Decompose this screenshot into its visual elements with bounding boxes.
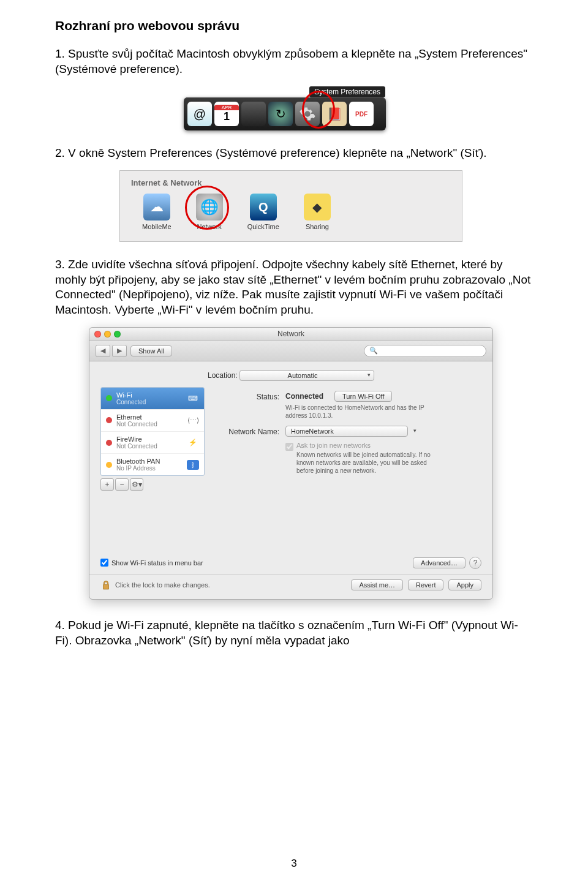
pdf-icon[interactable]: PDF <box>349 102 374 126</box>
calendar-icon[interactable]: APR 1 <box>214 102 239 126</box>
gear-icon <box>299 105 316 123</box>
bluetooth-icon: ᛒ <box>187 460 199 470</box>
status-description: Wi-Fi is connected to HomeNetwork and ha… <box>285 404 445 420</box>
globe-icon: 🌐 <box>196 194 223 221</box>
ask-join-label: Ask to join new networks <box>296 442 443 449</box>
sharing-label: Sharing <box>304 223 331 230</box>
network-label: Network <box>196 223 223 230</box>
location-label: Location: <box>208 371 238 380</box>
search-input[interactable]: 🔍 <box>364 345 486 357</box>
page-number: 3 <box>0 858 588 870</box>
bluetooth-status: No IP Address <box>116 465 183 472</box>
location-row: Location: Automatic <box>89 361 492 387</box>
show-menu-checkbox[interactable] <box>100 559 108 567</box>
calendar-day: 1 <box>224 110 230 123</box>
step-3-text: 3. Zde uvidíte všechna síťová připojení.… <box>55 257 533 318</box>
addressbook-icon[interactable]: 📕 <box>322 102 347 126</box>
firewire-name: FireWire <box>116 435 183 443</box>
network-item[interactable]: 🌐 Network <box>196 194 223 230</box>
status-dot-green <box>106 395 112 401</box>
mobileme-item[interactable]: ☁ MobileMe <box>142 194 172 230</box>
sharing-icon: ◆ <box>304 194 331 221</box>
sidebar-item-ethernet[interactable]: EthernetNot Connected ⟨⋯⟩ <box>101 410 204 432</box>
bluetooth-name: Bluetooth PAN <box>116 458 183 465</box>
mission-control-icon[interactable] <box>241 102 266 126</box>
system-preferences-tooltip: System Preferences <box>309 86 385 97</box>
dock: @ APR 1 ↻ 📕 PDF <box>184 97 386 130</box>
network-name-popup[interactable]: HomeNetwork <box>285 426 408 437</box>
ask-join-description: Known networks will be joined automatica… <box>296 451 443 475</box>
firewire-status: Not Connected <box>116 443 183 450</box>
page-title: Rozhraní pro webovou správu <box>55 18 533 33</box>
network-window: Network ◀ ▶ Show All 🔍 Location: Automat… <box>89 327 493 600</box>
wifi-status: Connected <box>116 399 183 405</box>
status-value: Connected <box>285 392 323 401</box>
sidebar-item-firewire[interactable]: FireWireNot Connected ⚡ <box>101 432 204 454</box>
show-menu-label: Show Wi-Fi status in menu bar <box>111 559 203 567</box>
location-popup[interactable]: Automatic <box>239 370 374 381</box>
ethernet-name: Ethernet <box>116 413 183 421</box>
minimize-button[interactable] <box>104 331 111 337</box>
help-button[interactable]: ? <box>469 557 481 569</box>
action-menu-button[interactable]: ⚙▾ <box>130 478 143 491</box>
turn-wifi-off-button[interactable]: Turn Wi-Fi Off <box>334 391 392 402</box>
calendar-month: APR <box>214 105 239 110</box>
cloud-icon: ☁ <box>143 194 170 221</box>
network-name-label: Network Name: <box>212 426 285 436</box>
ask-join-checkbox[interactable] <box>285 443 293 451</box>
timemachine-icon[interactable]: ↻ <box>268 102 293 126</box>
internet-network-screenshot: Internet & Network ☁ MobileMe 🌐 Network … <box>119 170 462 242</box>
firewire-icon: ⚡ <box>187 438 199 448</box>
lock-icon[interactable] <box>100 580 110 590</box>
apply-button[interactable]: Apply <box>448 579 481 590</box>
add-button[interactable]: + <box>100 478 114 491</box>
show-all-button[interactable]: Show All <box>130 345 172 356</box>
assist-button[interactable]: Assist me… <box>351 579 403 590</box>
quicktime-label: QuickTime <box>247 223 279 230</box>
system-preferences-icon[interactable] <box>295 102 320 126</box>
mail-icon[interactable]: @ <box>187 102 212 126</box>
lock-text: Click the lock to make changes. <box>115 581 346 589</box>
status-dot-amber <box>106 462 112 468</box>
wifi-icon: ⌨ <box>187 393 199 403</box>
quicktime-item[interactable]: Q QuickTime <box>247 194 279 230</box>
sharing-item[interactable]: ◆ Sharing <box>304 194 331 230</box>
step-1-text: 1. Spusťte svůj počítač Macintosh obvykl… <box>55 47 533 77</box>
wifi-name: Wi-Fi <box>116 391 183 399</box>
zoom-button[interactable] <box>114 331 121 337</box>
status-label: Status: <box>212 391 285 401</box>
dock-screenshot: System Preferences @ APR 1 ↻ 📕 PDF <box>184 86 386 130</box>
sidebar-item-wifi[interactable]: Wi-FiConnected ⌨ <box>101 388 204 410</box>
traffic-lights <box>94 331 121 337</box>
interface-list: Wi-FiConnected ⌨ EthernetNot Connected ⟨… <box>100 387 205 476</box>
ethernet-icon: ⟨⋯⟩ <box>187 415 199 425</box>
search-icon: 🔍 <box>369 347 378 355</box>
remove-button[interactable]: − <box>115 478 129 491</box>
section-label: Internet & Network <box>131 178 451 187</box>
step-2-text: 2. V okně System Preferences (Systémové … <box>55 146 533 161</box>
advanced-button[interactable]: Advanced… <box>413 557 466 568</box>
back-button[interactable]: ◀ <box>96 345 110 357</box>
step-4-text: 4. Pokud je Wi-Fi zapnuté, klepněte na t… <box>55 618 533 648</box>
close-button[interactable] <box>94 331 101 337</box>
window-title: Network <box>277 330 304 338</box>
quicktime-icon: Q <box>250 194 277 221</box>
status-dot-red <box>106 417 112 423</box>
toolbar: ◀ ▶ Show All 🔍 <box>89 341 492 361</box>
sidebar-item-bluetooth[interactable]: Bluetooth PANNo IP Address ᛒ <box>101 454 204 475</box>
ethernet-status: Not Connected <box>116 421 183 428</box>
forward-button[interactable]: ▶ <box>112 345 127 357</box>
status-dot-red <box>106 440 112 446</box>
mobileme-label: MobileMe <box>142 223 172 230</box>
revert-button[interactable]: Revert <box>408 579 443 590</box>
window-titlebar: Network <box>89 328 492 341</box>
